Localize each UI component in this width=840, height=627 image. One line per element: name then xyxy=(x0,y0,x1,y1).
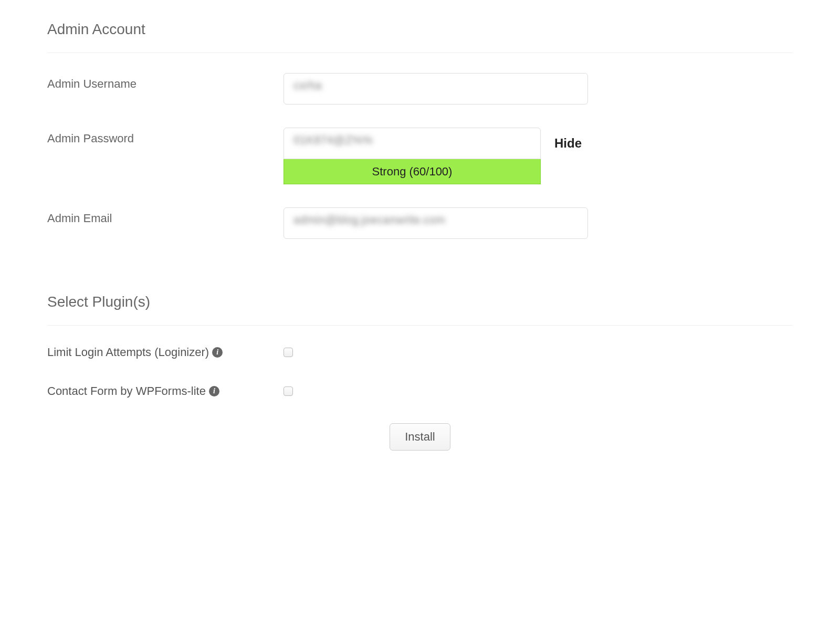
info-icon[interactable]: i xyxy=(209,386,219,396)
plugin-checkbox-loginizer[interactable] xyxy=(284,348,293,357)
select-plugins-heading: Select Plugin(s) xyxy=(47,294,793,310)
admin-email-input[interactable]: admin@blog.joecanwrite.com xyxy=(284,207,588,239)
section-divider xyxy=(47,53,793,53)
admin-account-heading: Admin Account xyxy=(47,21,793,38)
admin-password-input[interactable]: 01K874@Z%% xyxy=(284,128,541,159)
admin-username-input[interactable]: cxrha xyxy=(284,73,588,104)
password-strength-meter: Strong (60/100) xyxy=(284,159,541,184)
plugin-checkbox-wpforms[interactable] xyxy=(284,386,293,396)
plugin-row-loginizer: Limit Login Attempts (Loginizer) i xyxy=(47,346,793,359)
admin-username-label: Admin Username xyxy=(47,73,284,91)
admin-password-row: Admin Password 01K874@Z%% Hide Strong (6… xyxy=(47,128,793,184)
info-icon[interactable]: i xyxy=(212,347,223,358)
admin-password-label: Admin Password xyxy=(47,128,284,145)
admin-username-row: Admin Username cxrha xyxy=(47,73,793,104)
password-visibility-toggle[interactable]: Hide xyxy=(554,136,582,151)
admin-email-label: Admin Email xyxy=(47,207,284,225)
install-button[interactable]: Install xyxy=(390,423,450,451)
section-divider xyxy=(47,325,793,326)
plugin-label-text: Contact Form by WPForms-lite xyxy=(47,384,206,398)
plugin-label-text: Limit Login Attempts (Loginizer) xyxy=(47,346,209,359)
admin-email-row: Admin Email admin@blog.joecanwrite.com xyxy=(47,207,793,239)
plugin-row-wpforms: Contact Form by WPForms-lite i xyxy=(47,384,793,398)
